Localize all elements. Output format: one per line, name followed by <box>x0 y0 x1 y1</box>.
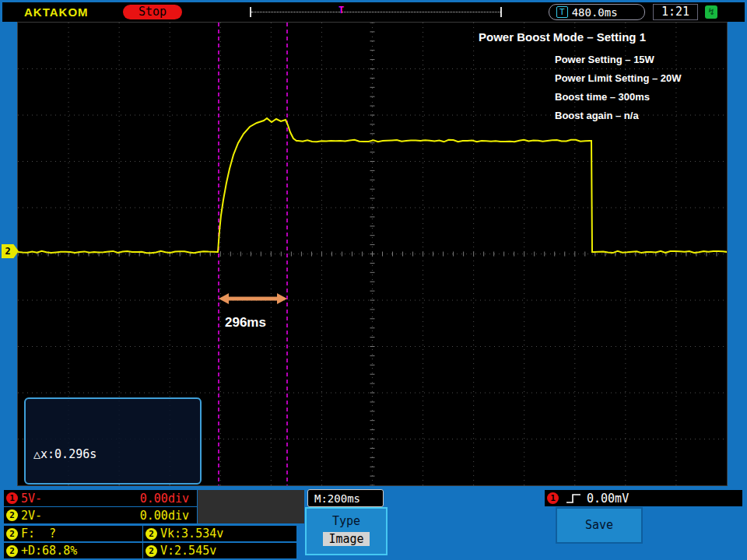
ch1-readout: 1 5V- 0.00div <box>4 490 197 506</box>
ch2-offset: 0.00div <box>140 509 189 523</box>
acquisition-readout: (2.5KS/s) Depth:10K <box>198 490 304 523</box>
ch1-badge: 1 <box>6 492 18 504</box>
trigger-position-line <box>251 12 500 12</box>
meas-duty-value: +D:68.8% <box>21 544 77 558</box>
annotation-title: Power Boost Mode – Setting 1 <box>479 30 646 44</box>
annotation-line: Power Limit Setting – 20W <box>555 69 682 88</box>
trigger-level-value: 0.00mV <box>587 492 629 506</box>
meas-vpk: 2 Vk:3.534v <box>143 526 296 541</box>
clock-display: 1:21 <box>653 4 698 20</box>
ch2-scale: 2V- <box>21 509 42 523</box>
ch2-readout: 2 2V- 0.00div <box>4 507 197 523</box>
trigger-position-bar: T <box>250 7 502 17</box>
type-button-label: Type <box>307 514 386 528</box>
run-state-badge: Stop <box>123 5 182 19</box>
meas-vpk-badge: 2 <box>146 528 157 540</box>
type-button[interactable]: Type Image <box>305 507 388 555</box>
meas-duty-badge: 2 <box>6 545 18 557</box>
usb-device-icon: ↯ <box>705 5 717 19</box>
meas-frequency-badge: 2 <box>6 528 18 540</box>
ch2-badge: 2 <box>6 509 18 521</box>
delta-arrow-head-right <box>277 293 287 304</box>
meas-voltage: 2 V:2.545v <box>143 543 296 558</box>
trigger-source-badge: 1 <box>547 492 559 504</box>
cursor-delta-label: 296ms <box>225 315 266 331</box>
annotation-line: Boost again – n/a <box>555 107 682 125</box>
channel2-marker: 2 <box>2 244 19 258</box>
ch1-scale: 5V- <box>21 492 42 506</box>
brand-logo: AKTAKOM <box>24 5 89 19</box>
graticule: Power Boost Mode – Setting 1 Power Setti… <box>17 22 728 486</box>
meas-duty: 2 +D:68.8% <box>4 543 142 558</box>
trigger-time-display: T 480.0ms <box>549 4 645 20</box>
meas-voltage-value: V:2.545v <box>160 544 216 558</box>
timebase-display: M:200ms <box>307 489 384 507</box>
annotation-line: Power Setting – 15W <box>555 51 682 69</box>
type-button-value[interactable]: Image <box>323 532 369 546</box>
oscilloscope-screen: AKTAKOM Stop T T 480.0ms 1:21 ↯ Power Bo… <box>0 0 747 560</box>
annotation-lines: Power Setting – 15W Power Limit Setting … <box>555 51 682 125</box>
trigger-t-icon: T <box>556 6 568 18</box>
meas-frequency: 2 F: ? <box>4 526 142 541</box>
meas-vpk-value: Vk:3.534v <box>160 527 223 541</box>
trigger-time-value: 480.0ms <box>572 6 618 19</box>
save-button[interactable]: Save <box>556 507 643 544</box>
cursor-dx-readout: △x:0.296s <box>33 444 200 464</box>
meas-voltage-badge: 2 <box>146 545 157 557</box>
annotation-line: Boost time – 300ms <box>555 88 682 107</box>
ch1-offset: 0.00div <box>140 492 189 506</box>
delta-arrow-head-left <box>219 293 229 304</box>
top-status-bar: AKTAKOM Stop T T 480.0ms 1:21 ↯ <box>2 2 745 22</box>
trigger-position-marker: T <box>338 5 344 16</box>
trigger-edge-icon <box>565 492 582 505</box>
meas-frequency-value: F: ? <box>21 527 56 541</box>
cursor-readout-panel: △x:0.296s 1/△x:3.378HZ x1:0.192s x2:-0.1… <box>24 397 202 485</box>
trigger-level-readout: 1 0.00mV <box>545 490 742 506</box>
